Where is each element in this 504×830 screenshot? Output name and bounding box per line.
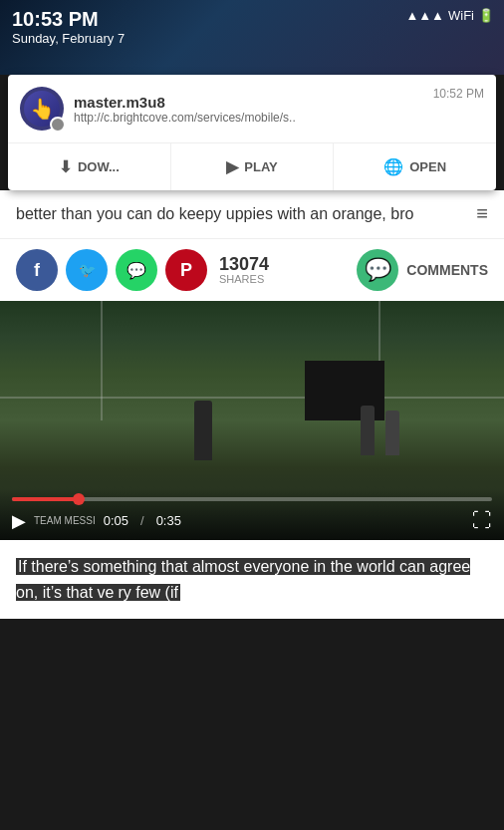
status-time: 10:53 PM xyxy=(12,8,492,31)
facebook-icon: f xyxy=(34,260,40,281)
whatsapp-icon: 💬 xyxy=(126,261,146,280)
comments-label: COMMENTS xyxy=(406,262,488,278)
progress-bar[interactable] xyxy=(12,497,492,501)
total-time: 0:35 xyxy=(156,513,181,528)
twitter-icon: 🐦 xyxy=(79,262,96,278)
shares-count: 13074 xyxy=(219,255,269,273)
progress-dot xyxy=(73,493,85,505)
open-label: OPEN xyxy=(409,159,446,174)
hand-pointer-icon: 👆 xyxy=(30,97,55,121)
open-button[interactable]: 🌐 OPEN xyxy=(334,143,496,190)
shares-block: 13074 SHARES xyxy=(219,255,269,285)
play-label: PLAY xyxy=(244,159,277,174)
pinterest-share-button[interactable]: P xyxy=(165,249,207,291)
current-time: 0:05 xyxy=(104,513,128,528)
pinterest-icon: P xyxy=(180,260,192,281)
notification-time: 10:52 PM xyxy=(433,87,484,101)
article-text: better than you can do keepy uppies with… xyxy=(16,202,488,226)
twitter-share-button[interactable]: 🐦 xyxy=(66,249,108,291)
app-icon: 👆 xyxy=(20,87,64,131)
video-controls: ▶ TEAM MESSI 0:05 / 0:35 ⛶ xyxy=(0,489,504,540)
notification-actions: ⬇ DOW... ▶ PLAY 🌐 OPEN xyxy=(8,142,496,190)
globe-icon: 🌐 xyxy=(383,157,403,176)
bottom-article: If there’s something that almost everyon… xyxy=(0,540,504,619)
comment-icon: 💬 xyxy=(357,249,398,291)
video-player[interactable]: ▶ TEAM MESSI 0:05 / 0:35 ⛶ xyxy=(0,301,504,540)
menu-icon[interactable]: ≡ xyxy=(476,202,488,225)
social-bar: f 🐦 💬 P 13074 SHARES 💬 COMMENTS xyxy=(0,238,504,301)
whatsapp-share-button[interactable]: 💬 xyxy=(116,249,157,291)
download-button[interactable]: ⬇ DOW... xyxy=(8,143,171,190)
notification-badge xyxy=(50,117,66,133)
fullscreen-button[interactable]: ⛶ xyxy=(472,509,492,532)
shares-label: SHARES xyxy=(219,273,269,285)
play-button[interactable]: ▶ PLAY xyxy=(171,143,335,190)
notification-card: 👆 master.m3u8 http://c.brightcove.com/se… xyxy=(8,75,496,190)
bottom-text-highlight: ry few (if xyxy=(116,584,179,601)
bottom-text-main: If there’s something that almost everyon… xyxy=(16,558,470,601)
play-icon: ▶ xyxy=(226,157,238,176)
status-bar: 10:53 PM Sunday, February 7 ▲▲▲ WiFi 🔋 xyxy=(0,0,504,75)
progress-fill xyxy=(12,497,79,501)
download-label: DOW... xyxy=(78,159,120,174)
facebook-share-button[interactable]: f xyxy=(16,249,58,291)
notification-app-name: master.m3u8 xyxy=(74,94,423,111)
channel-label: TEAM MESSI xyxy=(34,515,96,526)
comments-button[interactable]: 💬 COMMENTS xyxy=(357,249,488,291)
notification-url: http://c.brightcove.com/services/mobile/… xyxy=(74,111,353,125)
article-content: ≡ better than you can do keepy uppies wi… xyxy=(0,190,504,238)
time-separator: / xyxy=(140,513,144,528)
bottom-article-text: If there’s something that almost everyon… xyxy=(16,554,488,605)
video-play-button[interactable]: ▶ xyxy=(12,510,26,532)
status-date: Sunday, February 7 xyxy=(12,31,492,46)
download-icon: ⬇ xyxy=(59,157,72,176)
